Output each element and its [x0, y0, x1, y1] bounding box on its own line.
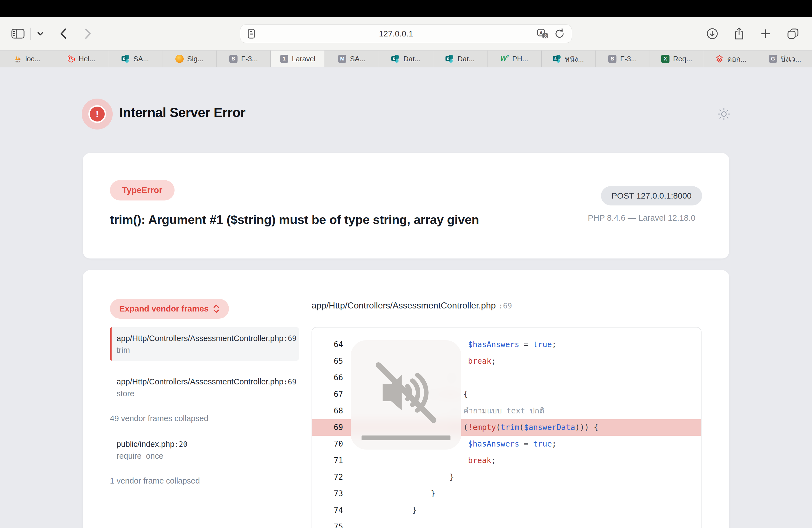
browser-toolbar: 127.0.0.1 A 文 [0, 17, 812, 50]
code-line-72: 72 } [312, 469, 701, 485]
volume-level-bar [362, 436, 450, 440]
line-number: 69 [312, 419, 343, 436]
svg-text:A: A [539, 30, 543, 35]
stack-frames-list: app/Http/Controllers/AssessmentControlle… [110, 327, 299, 495]
line-number: 72 [312, 469, 343, 485]
chevron-down-icon[interactable] [36, 31, 44, 36]
gray-S-favicon: S [608, 55, 617, 63]
tab-1[interactable]: Hel... [54, 50, 108, 67]
share-icon[interactable] [733, 27, 745, 41]
reload-icon[interactable] [554, 28, 565, 40]
environment-versions: PHP 8.4.6 — Laravel 12.18.0 [588, 213, 695, 223]
tab-active-5[interactable]: 1Laravel [271, 50, 325, 67]
collapsed-vendor-frames-note[interactable]: 1 vendor frame collapsed [110, 476, 299, 485]
tab-label: Dat... [403, 55, 420, 63]
line-number: 64 [312, 336, 343, 353]
orange-ball-favicon [175, 55, 184, 63]
exception-type-badge: TypeError [110, 180, 175, 201]
expand-vendor-frames-button[interactable]: Expand vendor frames [110, 299, 229, 319]
theme-toggle-sun-icon[interactable] [717, 107, 731, 122]
tab-11[interactable]: SF-3... [596, 50, 650, 67]
line-code: break; [356, 452, 496, 469]
tab-label: ดอก... [727, 53, 746, 64]
frame-path: public/index.php [117, 440, 175, 449]
page-title: Internal Server Error [119, 105, 245, 120]
line-number: 68 [312, 402, 343, 419]
sidebar-toggle-icon[interactable] [11, 28, 25, 39]
code-line-71: 71 break; [312, 452, 701, 469]
tab-label: F-3... [241, 55, 258, 63]
tab-13[interactable]: ดอก... [704, 50, 758, 67]
tab-14[interactable]: Gบึงเว... [758, 50, 812, 67]
gray-G-favicon: G [769, 55, 777, 63]
line-number: 67 [312, 386, 343, 402]
expand-vendor-frames-label: Expand vendor frames [119, 304, 208, 313]
menu-bar [0, 0, 812, 17]
tab-0[interactable]: PMAloc... [0, 50, 54, 67]
code-line-75: 75 [312, 518, 701, 528]
toolbar-right-group [706, 27, 812, 41]
error-alert-icon: ! [82, 99, 113, 130]
stack-frame-0[interactable]: app/Http/Controllers/AssessmentControlle… [110, 327, 299, 361]
collapsed-vendor-frames-note[interactable]: 49 vendor frames collapsed [110, 414, 299, 423]
line-number: 71 [312, 452, 343, 469]
tab-label: หนัง... [565, 53, 584, 64]
address-bar[interactable]: 127.0.0.1 A 文 [240, 25, 572, 43]
sharepoint-favicon: S [121, 55, 130, 63]
sharepoint-favicon: S [446, 55, 454, 63]
sharepoint-favicon: S [553, 55, 561, 63]
tab-overview-icon[interactable] [786, 27, 800, 40]
stack-frame-1[interactable]: app/Http/Controllers/AssessmentControlle… [110, 371, 299, 404]
tab-2[interactable]: SSA... [108, 50, 162, 67]
line-number: 73 [312, 485, 343, 502]
frame-method: require_once [117, 450, 292, 461]
tab-label: F-3... [620, 55, 637, 63]
stack-frame-3[interactable]: public/index.php:20require_once [110, 433, 299, 466]
tab-label: SA... [350, 55, 365, 63]
tab-label: loc... [25, 55, 41, 63]
tab-6[interactable]: MSA... [325, 50, 379, 67]
laravel-red-favicon [67, 55, 75, 63]
line-number: 65 [312, 353, 343, 369]
tab-9[interactable]: W3PH... [488, 50, 541, 67]
tab-8[interactable]: SDat... [433, 50, 488, 67]
code-file-line: :69 [498, 302, 512, 310]
back-button[interactable] [59, 28, 68, 40]
line-number: 75 [312, 518, 343, 528]
tab-10[interactable]: Sหนัง... [541, 50, 596, 67]
tab-3[interactable]: Sig... [162, 50, 217, 67]
code-line-74: 74 } [312, 502, 701, 518]
frame-line-number: :20 [175, 440, 188, 449]
error-summary-card: TypeError trim(): Argument #1 ($string) … [83, 153, 729, 259]
translate-icon[interactable]: A 文 [536, 28, 549, 40]
tab-label: Laravel [292, 55, 315, 63]
line-number: 74 [312, 502, 343, 518]
red-mark-favicon [715, 55, 724, 63]
w3-favicon: W3 [501, 55, 509, 63]
line-number: 66 [312, 369, 343, 386]
toolbar-separator [30, 28, 31, 40]
new-tab-icon[interactable] [759, 28, 772, 40]
tab-4[interactable]: SF-3... [217, 50, 271, 67]
svg-text:PMA: PMA [15, 60, 20, 63]
url-text[interactable]: 127.0.0.1 [256, 29, 536, 39]
tab-bar: PMAloc...Hel...SSA...Sig...SF-3...1Larav… [0, 50, 812, 68]
forward-button[interactable] [83, 28, 92, 40]
code-file-path: app/Http/Controllers/AssessmentControlle… [311, 300, 496, 310]
frame-path: app/Http/Controllers/AssessmentControlle… [117, 334, 284, 343]
frame-line-number: :69 [284, 334, 296, 343]
frame-path: app/Http/Controllers/AssessmentControlle… [117, 377, 284, 386]
reader-mode-icon[interactable] [247, 28, 256, 40]
line-code: } [356, 485, 436, 502]
tab-12[interactable]: XReq... [650, 50, 704, 67]
line-number: 70 [312, 436, 343, 452]
downloads-icon[interactable] [706, 27, 719, 40]
frame-method: store [117, 388, 292, 399]
svg-text:文: 文 [543, 34, 547, 38]
tab-7[interactable]: SDat... [379, 50, 433, 67]
code-line-73: 73 } [312, 485, 701, 502]
unfold-chevrons-icon [213, 304, 220, 313]
volume-mute-hud [351, 340, 461, 450]
toolbar-left-group [0, 28, 92, 40]
tab-label: SA... [133, 55, 149, 63]
